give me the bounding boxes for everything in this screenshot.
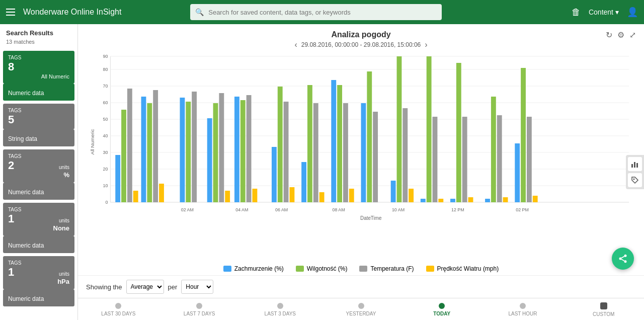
svg-text:40: 40 [103, 133, 108, 138]
svg-rect-86 [631, 164, 633, 168]
tag-number-3: 2 [8, 160, 14, 171]
fullscreen-icon[interactable]: ⤢ [629, 30, 636, 40]
legend-item-1: Zachmurzenie (%) [223, 265, 284, 272]
showing-label: Showing the [86, 283, 122, 291]
chart-date-nav: ‹ 29.08.2016, 00:00:00 - 29.08.2016, 15:… [98, 40, 624, 49]
svg-rect-74 [468, 197, 473, 202]
tag-label-1: TAGS [8, 55, 69, 60]
svg-text:02 AM: 02 AM [181, 207, 194, 212]
svg-text:02 PM: 02 PM [516, 207, 529, 212]
legend-item-3: Temperatura (F) [359, 265, 414, 272]
svg-rect-79 [503, 197, 508, 202]
timeline-last30days[interactable]: LAST 30 DAYS [78, 303, 159, 316]
aggregate-select[interactable]: Average Min Max Sum [126, 280, 164, 294]
search-input[interactable] [190, 4, 442, 20]
svg-rect-63 [397, 56, 402, 202]
legend-label-4: Prędkość Wiatru (mph) [437, 265, 499, 272]
svg-rect-67 [421, 199, 426, 202]
units-value-3: % [8, 171, 69, 179]
sidebar-type-1[interactable]: Numeric data [3, 84, 74, 101]
timeline-today[interactable]: TODAY [401, 303, 482, 316]
timeline-dot-last3days [277, 303, 283, 309]
content-label: Content [589, 8, 613, 16]
tag-label-4: TAGS [8, 207, 69, 212]
legend-color-4 [426, 266, 434, 272]
timeline-label-last30days: LAST 30 DAYS [101, 311, 135, 316]
chart-legend: Zachmurzenie (%) Wilgotność (%) Temperat… [78, 262, 644, 275]
svg-text:12 PM: 12 PM [451, 207, 464, 212]
chart-title: Analiza pogody [98, 30, 624, 39]
timeline-label-last7days: LAST 7 DAYS [184, 311, 215, 316]
svg-rect-41 [247, 95, 252, 202]
svg-text:80: 80 [103, 67, 108, 72]
interval-select[interactable]: Hour Day Week Month [181, 280, 213, 294]
units-label-4: units [59, 218, 69, 223]
svg-rect-64 [403, 108, 408, 202]
svg-rect-78 [497, 115, 502, 202]
timeline-dot-last7days [196, 303, 202, 309]
next-arrow[interactable]: › [425, 40, 427, 49]
svg-rect-36 [213, 103, 218, 202]
chevron-down-icon: ▾ [615, 8, 619, 16]
sidebar-type-5[interactable]: Numeric data [3, 289, 74, 306]
timeline-lasthour[interactable]: LAST HOUR [482, 303, 564, 316]
svg-rect-58 [361, 103, 366, 202]
timeline-last3days[interactable]: LAST 3 DAYS [239, 303, 320, 316]
timeline-label-yesterday: YESTERDAY [346, 311, 376, 316]
topbar: Wonderware Online InSight 🔍 🗑 Content ▾ … [0, 0, 644, 24]
svg-rect-88 [636, 163, 638, 168]
content-button[interactable]: Content ▾ [589, 8, 619, 16]
refresh-icon[interactable]: ↻ [606, 30, 612, 40]
sidebar-card-3[interactable]: TAGS 2 units % [3, 149, 74, 183]
per-label: per [168, 283, 178, 291]
right-panel [626, 155, 644, 189]
timeline-custom[interactable]: CUSTOM [563, 302, 644, 317]
sidebar-card-1[interactable]: TAGS 8 All Numeric [3, 51, 74, 84]
bar-chart-icon[interactable] [628, 157, 642, 171]
sidebar-card-4[interactable]: TAGS 1 units None [3, 203, 74, 236]
svg-rect-28 [153, 90, 158, 202]
svg-rect-25 [133, 191, 138, 202]
svg-rect-65 [409, 189, 414, 202]
sidebar-type-3[interactable]: Numeric data [3, 183, 74, 200]
timeline-yesterday[interactable]: YESTERDAY [320, 303, 401, 316]
svg-rect-47 [289, 187, 294, 202]
svg-text:All Numeric: All Numeric [90, 129, 95, 154]
svg-line-93 [621, 259, 624, 261]
type-label-5: Numeric data [8, 295, 69, 302]
sidebar-card-2[interactable]: TAGS 5 [3, 104, 74, 129]
svg-rect-56 [349, 189, 354, 202]
units-label-5: units [59, 271, 69, 277]
sidebar-matches: 13 matches [0, 39, 77, 49]
timeline-label-custom: CUSTOM [593, 311, 614, 317]
svg-rect-81 [521, 68, 526, 202]
svg-point-89 [633, 179, 635, 180]
prev-arrow[interactable]: ‹ [294, 40, 297, 49]
svg-rect-60 [373, 112, 378, 202]
tag-icon[interactable] [628, 173, 642, 187]
svg-rect-54 [337, 85, 342, 202]
menu-icon[interactable] [6, 9, 15, 16]
svg-rect-53 [331, 80, 336, 202]
type-label-3: Numeric data [8, 189, 69, 196]
settings-icon[interactable]: ⚙ [617, 30, 624, 40]
delete-icon[interactable]: 🗑 [572, 7, 581, 18]
svg-rect-87 [634, 162, 635, 168]
timeline-bar: LAST 30 DAYS LAST 7 DAYS LAST 3 DAYS YES… [78, 298, 644, 320]
sidebar-card-5[interactable]: TAGS 1 units hPa [3, 256, 74, 289]
svg-rect-52 [319, 192, 325, 202]
legend-color-1 [223, 266, 231, 272]
svg-rect-35 [207, 118, 212, 202]
sidebar-type-4[interactable]: Numeric data [3, 236, 74, 253]
timeline-last7days[interactable]: LAST 7 DAYS [159, 303, 240, 316]
svg-text:50: 50 [103, 117, 108, 122]
svg-line-94 [621, 256, 624, 258]
sidebar-type-2[interactable]: String data [3, 129, 74, 146]
share-fab[interactable] [612, 248, 634, 270]
svg-rect-83 [533, 196, 538, 202]
user-icon[interactable]: 👤 [627, 7, 638, 18]
svg-rect-49 [301, 162, 306, 202]
tag-number-5: 1 [8, 267, 14, 278]
sidebar-header: Search Results [0, 24, 77, 39]
chart-container: All Numeric 0 10 20 30 40 [78, 51, 644, 262]
